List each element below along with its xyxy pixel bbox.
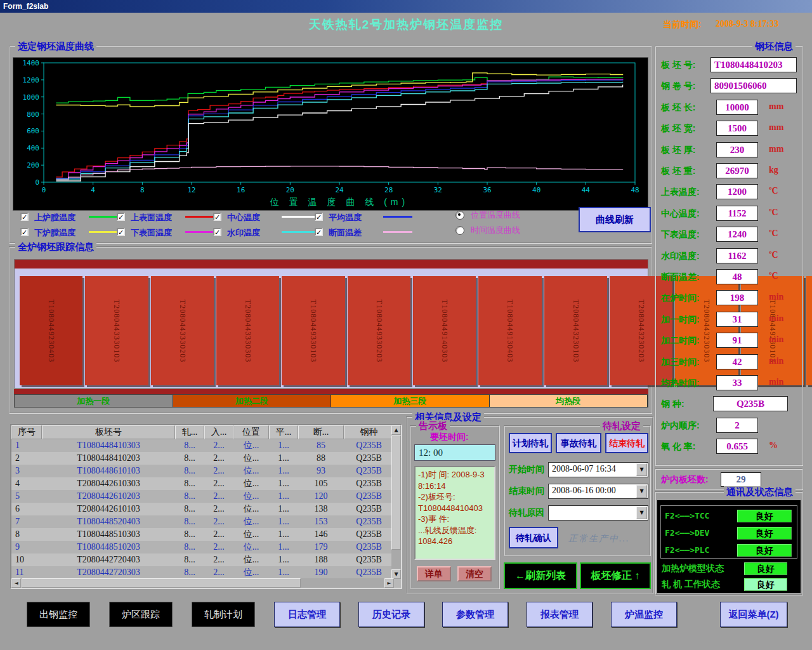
nav-button-炉温监控[interactable]: 炉温监控 [611, 602, 677, 627]
table-header-cell[interactable]: 轧... [175, 425, 204, 439]
combo-待轧原因[interactable]: ▼ [548, 505, 648, 521]
nav-button-历史记录[interactable]: 历史记录 [358, 602, 424, 627]
scroll-right-button[interactable]: ► [384, 578, 394, 588]
checkbox-上表面温度[interactable]: ✓ [117, 213, 125, 221]
comm-links-box: F2<——>TCC良好F2<——>DEV良好F2<——>PLC良好 [660, 505, 797, 559]
table-cell-c8: Q235B [344, 439, 394, 452]
comm-link-label: F2<——>DEV [665, 528, 709, 538]
table-row[interactable]: 2T10804484102038...2...位...1...88Q235B [11, 452, 401, 465]
table-row[interactable]: 10T20804427204038...2...位...1...188Q235B [11, 554, 401, 566]
combo-结束时间[interactable]: 2008-06-16 00:00▼ [548, 484, 648, 499]
info-unit-mm: mm [769, 123, 783, 133]
radio-时间温度曲线[interactable] [455, 226, 464, 235]
nav-button-报表管理[interactable]: 报表管理 [527, 602, 593, 627]
window-titlebar[interactable]: Form_f2slab [0, 0, 812, 13]
mode-button-结束待轧[interactable]: 结束待轧 [605, 433, 648, 453]
svg-text:4: 4 [91, 186, 95, 194]
slab-bar[interactable]: T1080449230403 [20, 276, 82, 385]
table-cell-c4: 2... [204, 477, 233, 490]
checkbox-上炉膛温度[interactable]: ✓ [20, 213, 29, 221]
vertical-scrollbar[interactable]: ▲ ▼ [391, 425, 401, 579]
table-row[interactable]: 11T20804427203038...2...位...1...190Q235B [11, 566, 401, 579]
slab-bar[interactable]: T2080443330303 [216, 276, 279, 385]
mode-button-事故待轧[interactable]: 事故待轧 [556, 433, 601, 453]
detail-list-button[interactable]: 详单 [417, 566, 451, 581]
legend-item-平均温度: ✓平均温度 [315, 212, 416, 222]
mode-button-计划待轧[interactable]: 计划待轧 [509, 433, 552, 453]
table-header-cell[interactable]: 钢种 [344, 425, 394, 439]
table-header-cell[interactable]: 断... [298, 425, 344, 439]
status-badge: 良好 [744, 562, 787, 575]
checkbox-平均温度[interactable]: ✓ [315, 213, 323, 221]
screen: Form_f2slab 天铁热轧2号加热炉钢坯温度监控 当前时间: 2008-9… [0, 0, 812, 650]
table-header-cell[interactable]: 板坯号 [42, 425, 175, 439]
table-cell-c8: Q235B [344, 465, 394, 477]
scroll-down-button[interactable]: ▼ [391, 569, 401, 579]
info-unit-ºC: ºC [769, 250, 778, 260]
info-unit-kg: kg [769, 165, 778, 175]
hscroll-thumb[interactable] [22, 578, 301, 588]
table-row[interactable]: 7T10804485204038...2...位...1...153Q235B [11, 515, 401, 528]
svg-text:0: 0 [42, 186, 46, 194]
legend-item-下表面温度: ✓下表面温度 [117, 227, 218, 237]
checkbox-下炉膛温度[interactable]: ✓ [20, 228, 29, 236]
checkbox-中心温度[interactable]: ✓ [213, 213, 221, 221]
curve-refresh-button[interactable]: 曲线刷新 [579, 207, 651, 232]
slab-bar[interactable]: T2080443230103 [544, 276, 607, 385]
slab-bar[interactable]: T2080443330103 [85, 276, 148, 385]
table-header-cell[interactable]: 入... [204, 425, 233, 439]
table-row[interactable]: 3T10804486101038...2...位...1...93Q235B [11, 465, 401, 477]
refresh-list-button[interactable]: ←刷新列表 [504, 562, 577, 589]
info-label-断面温差:: 断面温差: [661, 272, 700, 283]
event-message-line: ...轧线反馈温度: 1084.426 [418, 525, 492, 547]
checkbox-下表面温度[interactable]: ✓ [117, 228, 125, 236]
slab-correct-button[interactable]: 板坯修正 ↑ [580, 562, 651, 589]
nav-button-日志管理[interactable]: 日志管理 [274, 602, 340, 627]
rolling-confirm-button[interactable]: 待轧确认 [509, 527, 558, 548]
table-header-cell[interactable]: 序号 [11, 425, 42, 439]
table-cell-no: 7 [11, 515, 42, 528]
table-header-cell[interactable]: 平... [269, 425, 298, 439]
chevron-down-icon[interactable]: ▼ [636, 463, 647, 476]
event-message-box[interactable]: -1)时 间: 2008-9-3 8:16:14-2)板坯号: T1080448… [414, 466, 495, 560]
slab-bar[interactable]: T2080443330203 [151, 276, 214, 385]
table-row[interactable]: 6T20804426101038...2...位...1...138Q235B [11, 503, 401, 515]
table-row[interactable]: 9T10804485102038...2...位...1...179Q235B [11, 541, 401, 554]
table-row[interactable]: 8T10804485103038...2...位...1...146Q235B [11, 528, 401, 541]
table-row[interactable]: 1T10804484103038...2...位...1...85Q235B [11, 439, 401, 452]
slab-bar[interactable]: T1080449130403 [478, 276, 541, 385]
table-row[interactable]: 5T20804426102038...2...位...1...120Q235B [11, 490, 401, 503]
vscroll-thumb[interactable] [391, 435, 401, 550]
nav-button-返回菜单(Z)[interactable]: 返回菜单(Z) [720, 602, 787, 627]
slab-bar[interactable]: T1080449330203 [348, 276, 410, 385]
scroll-left-button[interactable]: ◄ [11, 578, 21, 588]
series-断面温差 [56, 166, 622, 180]
checkbox-水印温度[interactable]: ✓ [213, 228, 221, 236]
field-label-结束时间: 结束时间 [509, 486, 544, 497]
table-row[interactable]: 4T20804426103038...2...位...1...105Q235B [11, 477, 401, 490]
slab-bar[interactable]: T1080449140303 [413, 276, 476, 385]
nav-button-出钢监控[interactable]: 出钢监控 [27, 602, 90, 627]
nav-button-轧制计划[interactable]: 轧制计划 [192, 602, 255, 627]
slab-demand-time-field[interactable]: 12: 00 [414, 444, 495, 461]
chevron-down-icon[interactable]: ▼ [636, 507, 647, 519]
event-message-line: -3)事 件: [418, 514, 492, 525]
chevron-down-icon[interactable]: ▼ [636, 485, 647, 498]
table-cell-c8: Q235B [344, 554, 394, 566]
combo-开始时间[interactable]: 2008-06-07 16:34▼ [548, 462, 648, 477]
scroll-up-button[interactable]: ▲ [391, 425, 401, 435]
svg-text:20: 20 [286, 186, 294, 194]
horizontal-scrollbar[interactable]: ◄ ► [11, 578, 394, 588]
checkbox-断面温差[interactable]: ✓ [315, 228, 323, 236]
nav-button-炉区跟踪[interactable]: 炉区跟踪 [109, 602, 173, 627]
table-cell-c4: 2... [204, 528, 233, 541]
table-header-cell[interactable]: 位置 [233, 425, 269, 439]
slab-bar[interactable]: T1080449330103 [282, 276, 344, 385]
radio-位置温度曲线[interactable] [455, 211, 464, 220]
info-unit-ºC: ºC [769, 271, 778, 281]
nav-button-参数管理[interactable]: 参数管理 [442, 602, 508, 627]
table-cell-c8: Q235B [344, 566, 394, 579]
clear-button[interactable]: 清空 [457, 566, 492, 581]
clock-label: 当前时间: [663, 19, 702, 30]
slab-bar[interactable]: T1080449230203 [806, 276, 812, 385]
